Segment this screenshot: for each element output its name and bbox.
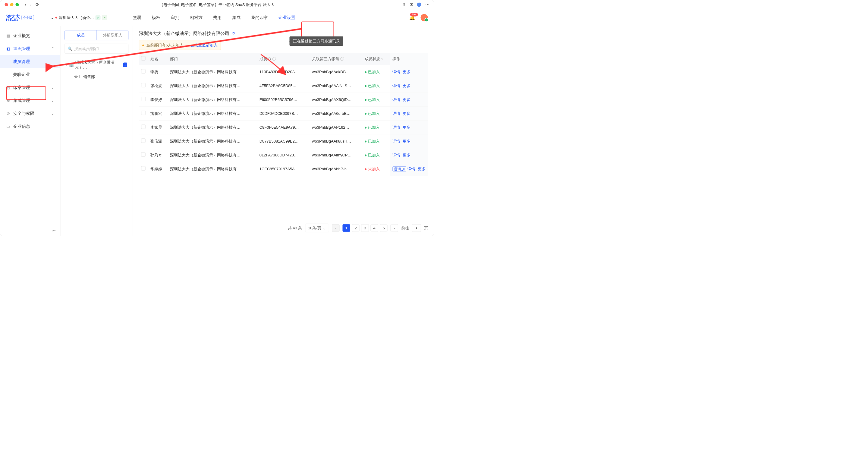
pager-next[interactable]: › (391, 224, 398, 232)
nav-item-1[interactable]: 模板 (152, 9, 160, 26)
nav-item-3[interactable]: 相对方 (190, 9, 203, 26)
page-1[interactable]: 1 (343, 224, 350, 232)
info-icon[interactable]: ⓘ (272, 57, 276, 61)
cell-mid: C9F0F0E54AE9A79… (257, 120, 310, 134)
sidebar: ▦企业概览◧组织管理⌃成员管理关联企业⌸印章管理⌄≋集成管理⌄⊙安全与权限⌄▭企… (0, 26, 61, 236)
more-icon[interactable]: ⋯ (425, 2, 430, 7)
goto-label-pre: 前往 (401, 225, 409, 231)
row-checkbox[interactable] (141, 83, 146, 87)
page-4[interactable]: 4 (371, 224, 378, 232)
logo: 法大大FADADA (6, 14, 20, 21)
nav-item-7[interactable]: 企业设置 (278, 9, 296, 26)
leaf-icon: ❧ (102, 15, 107, 20)
more-link[interactable]: 更多 (403, 153, 410, 157)
goto-input[interactable] (412, 224, 421, 232)
add-dept-button[interactable]: ＋ (123, 63, 127, 67)
browser-avatar[interactable] (417, 2, 421, 7)
detail-link[interactable]: 详情 (393, 125, 400, 130)
cell-mid: D0DF0ADCE0097B… (257, 106, 310, 120)
nav-item-6[interactable]: 我的印章 (251, 9, 268, 26)
more-link[interactable]: 更多 (403, 70, 410, 74)
dept-tree-child[interactable]: �⊥ 销售部 (65, 73, 129, 80)
collapse-sidebar-icon[interactable]: ⇤ (53, 228, 56, 233)
select-all-checkbox[interactable] (141, 56, 146, 61)
dept-child-label: 销售部 (83, 74, 95, 80)
pagination: 共 43 条 10条/页⌄ ‹ 12345 › 前往 页 (139, 220, 428, 236)
detail-link[interactable]: 详情 (393, 70, 400, 74)
sidebar-item-3[interactable]: 关联企业 (0, 68, 61, 81)
nav-item-4[interactable]: 费用 (213, 9, 221, 26)
sidebar-item-2[interactable]: 成员管理 (0, 55, 61, 68)
filter-icon[interactable]: ▿ (381, 57, 383, 61)
invite-button[interactable]: 邀请加 (393, 166, 406, 171)
tab-external[interactable]: 外部联系人 (97, 30, 128, 40)
row-checkbox[interactable] (141, 139, 146, 143)
page-2[interactable]: 2 (352, 224, 360, 232)
table-row: 李家昊深圳法大大（新企微演示）网络科技有…C9F0F0E54AE9A79…wo3… (139, 120, 428, 134)
row-checkbox[interactable] (141, 69, 146, 73)
more-link[interactable]: 更多 (418, 167, 426, 171)
sidebar-item-7[interactable]: ▭企业信息 (0, 120, 61, 133)
row-checkbox[interactable] (141, 111, 146, 115)
sidebar-item-6[interactable]: ⊙安全与权限⌄ (0, 107, 61, 120)
share-icon[interactable]: ⇪ (402, 2, 406, 7)
sidebar-item-5[interactable]: ≋集成管理⌄ (0, 94, 61, 107)
cell-name: 张松波 (148, 79, 167, 93)
chevron-down-icon: ⌄ (323, 226, 326, 230)
close-window[interactable] (5, 3, 8, 6)
detail-link[interactable]: 详情 (393, 153, 400, 157)
sidebar-item-4[interactable]: ⌸印章管理⌄ (0, 81, 61, 94)
nav-item-0[interactable]: 签署 (133, 9, 141, 26)
page-size-select[interactable]: 10条/页⌄ (305, 224, 329, 232)
row-checkbox[interactable] (141, 125, 146, 129)
row-checkbox[interactable] (141, 153, 146, 157)
page-5[interactable]: 5 (380, 224, 388, 232)
detail-link[interactable]: 详情 (393, 97, 400, 102)
row-checkbox[interactable] (141, 166, 146, 170)
cell-third: wo3PnbBgAAimyCP… (310, 148, 362, 162)
row-checkbox[interactable] (141, 97, 146, 101)
dept-search[interactable]: 🔍 搜索成员/部门 (65, 44, 129, 54)
detail-link[interactable]: 详情 (407, 167, 415, 171)
cell-name: 张倍涵 (148, 134, 167, 148)
notice-link[interactable]: 去批量邀请加入 (190, 42, 218, 48)
more-link[interactable]: 更多 (403, 111, 410, 116)
more-link[interactable]: 更多 (403, 125, 410, 130)
more-link[interactable]: 更多 (403, 84, 410, 88)
cell-status: 已加入 (362, 79, 390, 93)
nav-item-2[interactable]: 审批 (171, 9, 179, 26)
dept-tree-root[interactable]: ▾ 🏢 深圳法大大（新企微演示）… ＋ (65, 57, 129, 73)
notification-bell[interactable]: 🔔99+ (409, 15, 415, 21)
more-link[interactable]: 更多 (403, 97, 410, 102)
sidebar-item-1[interactable]: ◧组织管理⌃ (0, 42, 61, 55)
wechat-icon[interactable]: ✉ (410, 2, 413, 7)
maximize-window[interactable] (16, 3, 19, 6)
refresh-icon[interactable]: ⟳ (36, 2, 39, 7)
cell-third: wo3PnbBgAAbbP-h… (310, 162, 362, 176)
page-3[interactable]: 3 (361, 224, 369, 232)
cell-mid: 4F5F82BA8C5D85… (257, 79, 310, 93)
sync-icon[interactable]: ↻ (232, 31, 236, 36)
cell-ops: 详情 更多 (390, 148, 428, 162)
mac-titlebar: ‹ › ⟳ 【电子合同_电子签名_电子签章】专业签约 SaaS 服务平台-法大大… (0, 0, 434, 9)
cell-ops: 详情 更多 (390, 106, 428, 120)
pager-prev[interactable]: ‹ (332, 224, 340, 232)
detail-link[interactable]: 详情 (393, 111, 400, 116)
detail-link[interactable]: 详情 (393, 84, 400, 88)
nav-item-5[interactable]: 集成 (232, 9, 241, 26)
cell-third: wo3PnbBgAAakDB… (310, 65, 362, 79)
detail-link[interactable]: 详情 (393, 139, 400, 144)
sidebar-label: 印章管理 (13, 85, 30, 90)
org-selector[interactable]: ⌄ 深圳法大大（新企… ✔ ❧ (51, 15, 107, 21)
sidebar-item-0[interactable]: ▦企业概览 (0, 29, 61, 42)
more-link[interactable]: 更多 (403, 139, 410, 144)
goto-label-suf: 页 (424, 225, 428, 231)
user-avatar[interactable] (421, 14, 428, 21)
notice-bar: ● 当前部门有5人未加入， 去批量邀请加入 (139, 40, 221, 50)
minimize-window[interactable] (10, 3, 13, 6)
forward-icon[interactable]: › (30, 2, 32, 7)
tab-members[interactable]: 成员 (65, 30, 97, 40)
info-icon[interactable]: ⓘ (340, 57, 344, 61)
shield-icon: ✔ (96, 15, 101, 20)
back-icon[interactable]: ‹ (25, 2, 27, 7)
